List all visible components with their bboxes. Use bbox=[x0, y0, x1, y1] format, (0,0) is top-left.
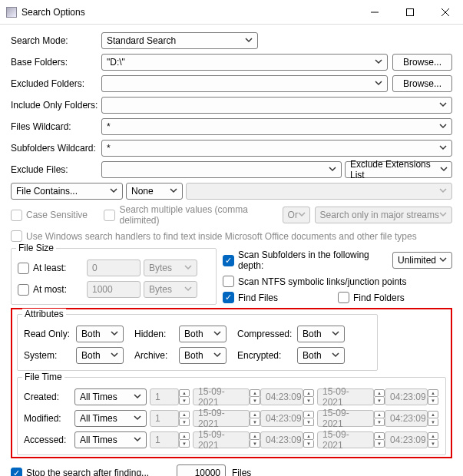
find-files-checkbox[interactable] bbox=[223, 292, 234, 303]
files-wildcard-field[interactable]: * bbox=[101, 118, 452, 135]
svg-rect-1 bbox=[407, 8, 414, 15]
spinner-icon[interactable]: ▲▼ bbox=[250, 432, 260, 448]
or-value: Or bbox=[288, 210, 298, 220]
spinner-icon[interactable]: ▲▼ bbox=[374, 411, 385, 426]
stop-after-unit: Files bbox=[232, 468, 251, 476]
case-sensitive-checkbox[interactable] bbox=[11, 210, 22, 221]
files-wildcard-label: Files Wildcard: bbox=[11, 121, 101, 132]
readonly-label: Read Only: bbox=[24, 329, 76, 339]
accessed-to-time[interactable]: 04:23:09 bbox=[385, 431, 428, 448]
find-folders-checkbox[interactable] bbox=[338, 292, 349, 303]
accessed-count-input[interactable]: 1 bbox=[150, 431, 179, 448]
chevron-down-icon bbox=[134, 392, 143, 402]
file-contains-mode-select[interactable]: None bbox=[126, 183, 183, 200]
spinner-icon[interactable]: ▲▼ bbox=[250, 389, 260, 405]
chevron-down-icon bbox=[375, 57, 384, 68]
at-most-unit-select[interactable]: Bytes bbox=[144, 281, 197, 298]
minimize-button[interactable] bbox=[357, 0, 392, 25]
multi-values-checkbox[interactable] bbox=[104, 210, 115, 221]
exclude-files-field[interactable] bbox=[101, 161, 342, 178]
spinner-icon[interactable]: ▲▼ bbox=[428, 432, 438, 448]
spinner-icon[interactable]: ▲▼ bbox=[179, 389, 190, 405]
file-contains-mode-value: None bbox=[131, 186, 154, 197]
readonly-select[interactable]: Both bbox=[76, 326, 124, 342]
spinner-icon[interactable]: ▲▼ bbox=[428, 411, 438, 426]
modified-count-input[interactable]: 1 bbox=[150, 410, 179, 427]
major-streams-select[interactable]: Search only in major streams bbox=[315, 207, 452, 223]
chevron-down-icon bbox=[439, 255, 448, 266]
excluded-folders-field[interactable] bbox=[101, 75, 388, 92]
scan-ntfs-label: Scan NTFS symbolic links/junction points bbox=[238, 276, 406, 287]
at-most-checkbox[interactable] bbox=[18, 284, 29, 296]
spinner-icon[interactable]: ▲▼ bbox=[250, 411, 260, 426]
spinner-icon[interactable]: ▲▼ bbox=[179, 411, 190, 426]
modified-mode-select[interactable]: All Times bbox=[74, 410, 147, 427]
browse-base-button[interactable]: Browse... bbox=[392, 54, 452, 71]
base-folders-field[interactable]: "D:\" bbox=[101, 54, 388, 71]
search-mode-select[interactable]: Standard Search bbox=[101, 32, 258, 49]
accessed-to-date[interactable]: 15-09-2021 bbox=[317, 431, 374, 448]
spinner-icon[interactable]: ▲▼ bbox=[374, 389, 385, 405]
modified-from-date[interactable]: 15-09-2021 bbox=[193, 410, 250, 427]
stop-after-checkbox[interactable] bbox=[11, 468, 22, 477]
accessed-from-time[interactable]: 04:23:09 bbox=[260, 431, 303, 448]
find-folders-label: Find Folders bbox=[353, 293, 405, 303]
scan-subfolders-checkbox[interactable] bbox=[223, 255, 234, 266]
accessed-mode-select[interactable]: All Times bbox=[74, 431, 147, 448]
system-label: System: bbox=[24, 350, 76, 361]
include-only-field[interactable] bbox=[101, 97, 452, 114]
or-select[interactable]: Or bbox=[283, 207, 310, 223]
at-least-checkbox[interactable] bbox=[18, 263, 29, 274]
exclude-extensions-select[interactable]: Exclude Extensions List bbox=[345, 161, 452, 178]
highlight-box: Attributes Read Only: Both Hidden: Both … bbox=[11, 308, 452, 458]
spinner-icon[interactable]: ▲▼ bbox=[303, 432, 314, 448]
chevron-down-icon bbox=[134, 435, 143, 445]
filetime-legend: File Time bbox=[22, 372, 64, 382]
chevron-down-icon bbox=[134, 413, 143, 424]
excluded-folders-label: Excluded Folders: bbox=[11, 78, 101, 89]
modified-to-time[interactable]: 04:23:09 bbox=[385, 410, 428, 427]
spinner-icon[interactable]: ▲▼ bbox=[303, 411, 314, 426]
hidden-select[interactable]: Both bbox=[179, 326, 227, 342]
depth-select[interactable]: Unlimited bbox=[392, 252, 452, 269]
file-contains-select[interactable]: File Contains... bbox=[11, 183, 123, 200]
system-select[interactable]: Both bbox=[76, 347, 124, 364]
close-window-button[interactable] bbox=[428, 0, 463, 25]
created-from-date[interactable]: 15-09-2021 bbox=[193, 388, 250, 405]
at-least-input[interactable]: 0 bbox=[87, 259, 141, 276]
browse-excluded-button[interactable]: Browse... bbox=[392, 75, 452, 92]
archive-select[interactable]: Both bbox=[179, 347, 227, 364]
at-least-unit-select[interactable]: Bytes bbox=[144, 259, 197, 276]
file-contains-text-field[interactable] bbox=[186, 183, 452, 200]
encrypted-select[interactable]: Both bbox=[297, 347, 345, 364]
chevron-down-icon bbox=[213, 329, 223, 339]
scan-subfolders-label: Scan Subfolders in the following depth: bbox=[238, 250, 392, 271]
created-to-time[interactable]: 04:23:09 bbox=[385, 388, 428, 405]
spinner-icon[interactable]: ▲▼ bbox=[374, 432, 385, 448]
maximize-button[interactable] bbox=[392, 0, 428, 25]
stop-after-input[interactable]: 10000 bbox=[177, 464, 226, 476]
spinner-icon[interactable]: ▲▼ bbox=[179, 432, 190, 448]
accessed-from-date[interactable]: 15-09-2021 bbox=[193, 431, 250, 448]
win-handlers-checkbox[interactable] bbox=[11, 230, 22, 242]
subfolders-wildcard-field[interactable]: * bbox=[101, 140, 452, 157]
scan-ntfs-checkbox[interactable] bbox=[223, 276, 234, 287]
created-count-input[interactable]: 1 bbox=[150, 388, 179, 405]
exclude-extensions-value: Exclude Extensions List bbox=[350, 159, 440, 180]
case-sensitive-label: Case Sensitive bbox=[26, 210, 104, 220]
subfolders-wildcard-value: * bbox=[107, 143, 111, 154]
modified-from-time[interactable]: 04:23:09 bbox=[260, 410, 303, 427]
win-handlers-label: Use Windows search handlers to find text… bbox=[26, 231, 417, 242]
created-mode-select[interactable]: All Times bbox=[74, 388, 147, 405]
at-most-input[interactable]: 1000 bbox=[87, 281, 141, 298]
created-to-date[interactable]: 15-09-2021 bbox=[317, 388, 374, 405]
at-least-label: At least: bbox=[33, 263, 87, 273]
created-from-time[interactable]: 04:23:09 bbox=[260, 388, 303, 405]
chevron-down-icon bbox=[440, 164, 448, 175]
modified-to-date[interactable]: 15-09-2021 bbox=[317, 410, 374, 427]
compressed-select[interactable]: Both bbox=[297, 326, 345, 342]
spinner-icon[interactable]: ▲▼ bbox=[303, 389, 314, 405]
multi-values-label: Search multiple values (comma delimited) bbox=[119, 204, 282, 226]
spinner-icon[interactable]: ▲▼ bbox=[428, 389, 438, 405]
base-folders-label: Base Folders: bbox=[11, 57, 101, 68]
